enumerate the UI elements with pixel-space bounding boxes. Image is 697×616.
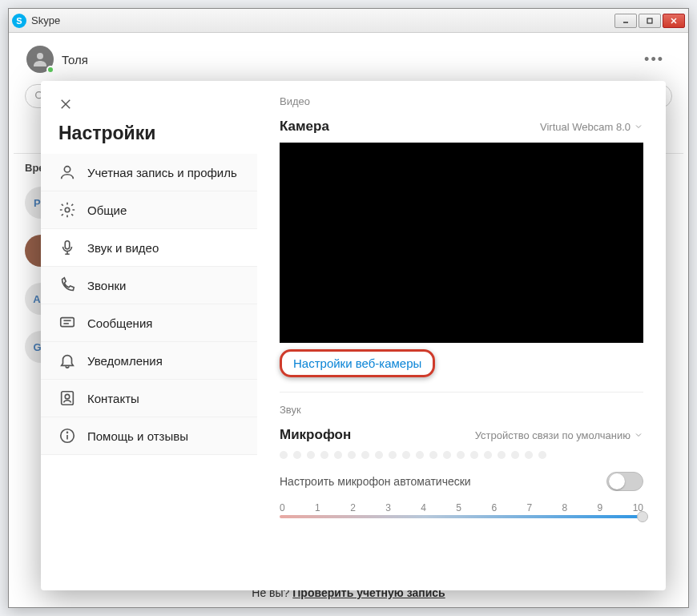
svg-point-4 xyxy=(37,53,43,59)
auto-mic-toggle[interactable] xyxy=(606,472,643,491)
settings-sidebar: Настройки Учетная запись и профиль Общие… xyxy=(41,81,257,590)
svg-rect-13 xyxy=(61,318,75,327)
client-area: Толя ••• П Чат Время PB AO GE Не вы? Про… xyxy=(9,33,688,607)
slider-thumb[interactable] xyxy=(637,511,648,522)
gear-icon xyxy=(58,201,76,219)
svg-point-17 xyxy=(65,394,70,399)
video-section-label: Видео xyxy=(280,95,643,107)
profile-name[interactable]: Толя xyxy=(62,53,638,66)
svg-point-20 xyxy=(67,432,68,433)
titlebar: S Skype xyxy=(9,9,688,33)
profile-row: Толя ••• xyxy=(14,38,683,81)
svg-point-11 xyxy=(65,207,70,212)
auto-mic-label: Настроить микрофон автоматически xyxy=(280,475,471,488)
window-title: Skype xyxy=(31,14,614,26)
bell-icon xyxy=(58,352,76,369)
divider xyxy=(280,392,643,393)
nav-messages[interactable]: Сообщения xyxy=(41,304,257,342)
avatar[interactable] xyxy=(26,46,54,73)
microphone-select[interactable]: Устройство связи по умолчанию xyxy=(475,429,643,441)
chevron-down-icon xyxy=(634,122,643,131)
mic-volume-slider[interactable] xyxy=(280,515,643,523)
close-settings-button[interactable] xyxy=(58,97,257,115)
camera-preview xyxy=(280,143,643,343)
audio-section-label: Звук xyxy=(280,404,643,416)
settings-content: Видео Камера Virtual Webcam 8.0 Настройк… xyxy=(257,81,666,590)
settings-panel: Настройки Учетная запись и профиль Общие… xyxy=(41,81,666,590)
minimize-button[interactable] xyxy=(614,14,637,28)
microphone-label: Микрофон xyxy=(280,427,351,443)
background-app: Толя ••• П Чат Время PB AO GE Не вы? Про… xyxy=(14,38,683,602)
svg-rect-1 xyxy=(647,18,652,23)
nav-general[interactable]: Общие xyxy=(41,191,257,229)
svg-point-10 xyxy=(64,167,70,172)
info-icon xyxy=(58,427,76,445)
nav-audio-video[interactable]: Звук и видео xyxy=(41,229,257,267)
app-window: S Skype Толя ••• xyxy=(8,8,689,608)
nav-notifications[interactable]: Уведомления xyxy=(41,342,257,380)
mic-icon xyxy=(58,239,76,256)
webcam-settings-link[interactable]: Настройки веб-камеры xyxy=(280,349,435,377)
close-icon xyxy=(58,97,73,111)
nav-calls[interactable]: Звонки xyxy=(41,267,257,304)
message-icon xyxy=(58,314,76,332)
svg-rect-12 xyxy=(65,241,70,249)
settings-title: Настройки xyxy=(41,119,257,154)
camera-select[interactable]: Virtual Webcam 8.0 xyxy=(540,121,643,133)
camera-label: Камера xyxy=(280,119,329,135)
maximize-button[interactable] xyxy=(639,14,661,28)
window-controls xyxy=(614,14,685,28)
nav-account[interactable]: Учетная запись и профиль xyxy=(41,154,257,191)
nav-contacts[interactable]: Контакты xyxy=(41,380,257,417)
nav-help[interactable]: Помощь и отзывы xyxy=(41,417,257,455)
skype-icon: S xyxy=(12,14,26,28)
mic-level-meter xyxy=(280,451,643,459)
svg-rect-16 xyxy=(62,392,74,405)
chevron-down-icon xyxy=(634,430,643,440)
more-icon[interactable]: ••• xyxy=(638,51,671,68)
presence-indicator xyxy=(46,66,54,74)
close-button[interactable] xyxy=(663,14,685,28)
person-icon xyxy=(58,163,76,181)
phone-icon xyxy=(58,276,76,294)
slider-scale: 012345678910 xyxy=(280,502,643,513)
contacts-icon xyxy=(58,389,76,407)
